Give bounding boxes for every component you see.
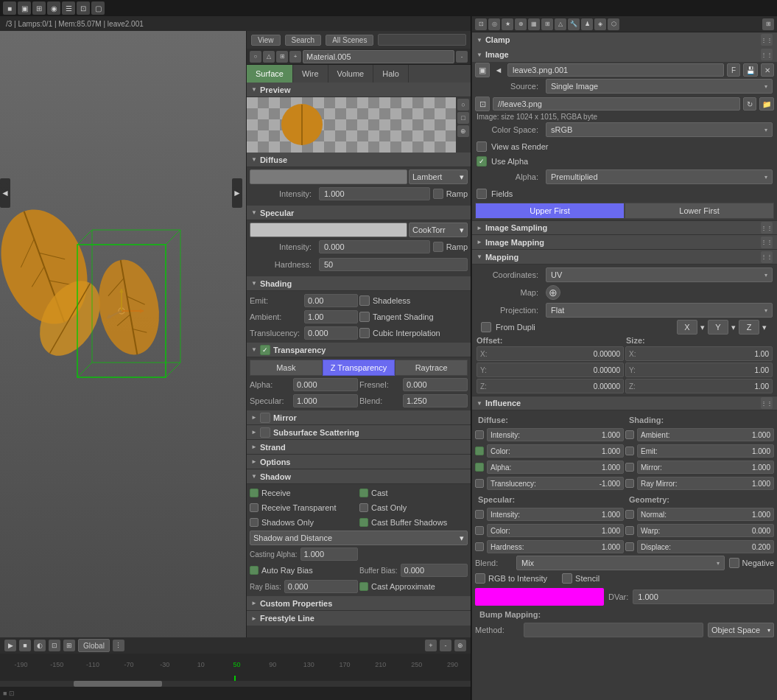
mat-icon-dots[interactable]: ⊞ xyxy=(276,51,288,63)
bt-icon-2[interactable]: ■ xyxy=(19,640,31,651)
view-as-render-check[interactable] xyxy=(477,141,487,152)
specular-shader-dropdown[interactable]: CookTorr ▾ xyxy=(409,223,468,237)
subsurface-header[interactable]: ► Subsurface Scattering xyxy=(247,425,471,440)
transparency-tab-mask[interactable]: Mask xyxy=(250,360,323,376)
inf-trans-check[interactable] xyxy=(475,479,484,488)
inf-alpha-check[interactable] xyxy=(475,463,484,472)
diffuse-color-swatch[interactable] xyxy=(250,169,407,184)
ambient-field[interactable]: 1.00 xyxy=(304,310,358,323)
source-dropdown[interactable]: Single Image ▾ xyxy=(546,79,773,94)
stencil-check[interactable] xyxy=(562,573,572,584)
image-mapping-header[interactable]: ► Image Mapping ⋮⋮ xyxy=(472,235,777,250)
casting-alpha-field[interactable]: 1.000 xyxy=(300,547,359,561)
bt-icon-7[interactable]: + xyxy=(425,640,437,651)
tangent-check[interactable] xyxy=(359,312,370,322)
receive-check[interactable] xyxy=(250,489,259,497)
inf-raymirror-field[interactable]: Ray Mirror: 1.000 xyxy=(637,477,774,490)
y-arrows[interactable]: ▾ xyxy=(730,320,737,335)
projection-dropdown[interactable]: Flat ▾ xyxy=(546,303,773,318)
image-close-btn[interactable]: ✕ xyxy=(761,63,774,77)
tab-wire[interactable]: Wire xyxy=(293,65,328,83)
rt-icon-9[interactable]: ♟ xyxy=(581,18,593,30)
menu-icon-5[interactable]: ☰ xyxy=(62,1,75,15)
diffuse-ramp-check[interactable] xyxy=(433,189,443,199)
y-btn[interactable]: Y xyxy=(708,320,728,335)
diffuse-header[interactable]: ▼ Diffuse xyxy=(247,153,471,167)
preview-btn-1[interactable]: ○ xyxy=(457,99,469,111)
global-btn[interactable]: Global xyxy=(78,639,110,652)
dvar-field[interactable]: 1.000 xyxy=(633,589,774,604)
from-dupli-check[interactable] xyxy=(481,322,491,332)
image-settings[interactable]: ⋮⋮ xyxy=(761,49,773,60)
inf-intensity-field[interactable]: Intensity: 1.000 xyxy=(487,428,624,441)
rt-icon-6[interactable]: ⊞ xyxy=(541,18,553,30)
subsurface-check[interactable] xyxy=(260,427,270,438)
scene-dropdown[interactable]: All Scenes xyxy=(326,35,373,46)
hardness-field[interactable]: Hardness: 1.000 xyxy=(487,540,624,553)
path-icon[interactable]: ⊡ xyxy=(475,97,490,111)
specular-header[interactable]: ▼ Specular xyxy=(247,206,471,220)
spec-intensity-check[interactable] xyxy=(475,510,484,519)
buffer-bias-field[interactable]: 0.000 xyxy=(401,564,468,577)
material-name-field[interactable]: Material.005 xyxy=(303,50,454,63)
rt-icon-7[interactable]: △ xyxy=(555,18,566,30)
z-btn[interactable]: Z xyxy=(739,320,759,335)
search-btn[interactable]: Search xyxy=(285,35,322,46)
inf-emit-check[interactable] xyxy=(625,447,634,455)
t-fresnel-field[interactable]: 0.000 xyxy=(403,378,468,391)
mat-icon-mesh[interactable]: △ xyxy=(263,51,275,63)
bt-icon-3[interactable]: ◐ xyxy=(34,640,46,651)
offset-x-field[interactable]: X: 0.00000 xyxy=(477,346,624,361)
bt-icon-4[interactable]: ⊡ xyxy=(49,640,60,651)
t-alpha-field[interactable]: 0.000 xyxy=(293,378,358,391)
preview-btn-3[interactable]: ⊕ xyxy=(457,125,469,137)
3d-viewport[interactable]: ◄ ► xyxy=(0,31,246,637)
rt-icon-10[interactable]: ◈ xyxy=(594,18,606,30)
inf-raymirror-check[interactable] xyxy=(625,479,634,488)
normal-field[interactable]: Normal: 1.000 xyxy=(637,508,774,521)
shadeless-check[interactable] xyxy=(359,295,370,306)
strand-header[interactable]: ► Strand xyxy=(247,440,471,455)
transparency-tab-z[interactable]: Z Transparency xyxy=(323,360,395,376)
image-sampling-header[interactable]: ► Image Sampling ⋮⋮ xyxy=(472,220,777,235)
inf-emit-field[interactable]: Emit: 1.000 xyxy=(637,444,774,458)
spec-color-field[interactable]: Color: 1.000 xyxy=(487,524,624,537)
color-swatch-bar[interactable] xyxy=(475,588,604,606)
clamp-settings[interactable]: ⋮⋮ xyxy=(761,34,773,46)
rt-icon-2[interactable]: ◎ xyxy=(488,18,500,30)
negative-check[interactable] xyxy=(729,558,739,568)
size-x-field[interactable]: X: 1.00 xyxy=(625,346,773,361)
warp-field[interactable]: Warp: 0.000 xyxy=(637,524,774,537)
rt-icon-1[interactable]: ⊡ xyxy=(475,18,487,30)
size-z-field[interactable]: Z: 1.00 xyxy=(625,379,773,393)
bt-icon-5[interactable]: ⊞ xyxy=(63,640,75,651)
fields-check[interactable] xyxy=(477,189,487,199)
timeline-area[interactable] xyxy=(0,676,471,687)
mirror-header[interactable]: ► Mirror xyxy=(247,410,471,425)
tab-halo[interactable]: Halo xyxy=(373,65,409,83)
transparency-tab-ray[interactable]: Raytrace xyxy=(395,360,468,376)
t-blend-field[interactable]: 1.250 xyxy=(403,394,468,407)
inf-ambient-field[interactable]: Ambient: 1.000 xyxy=(637,428,774,441)
cast-buffer-check[interactable] xyxy=(359,518,368,527)
path-field[interactable]: //leave3.png xyxy=(493,97,740,111)
specular-hardness-field[interactable]: 50 xyxy=(319,258,468,271)
size-y-field[interactable]: Y: 1.00 xyxy=(625,363,773,377)
object-space-dropdown[interactable]: Object Space ▾ xyxy=(708,623,774,637)
menu-icon-2[interactable]: ▣ xyxy=(18,1,31,15)
warp-check[interactable] xyxy=(625,526,634,535)
displace-check[interactable] xyxy=(625,542,634,551)
inf-settings[interactable]: ⋮⋮ xyxy=(761,397,773,409)
image-type-icon[interactable]: ▣ xyxy=(475,63,490,77)
translucency-field[interactable]: 0.000 xyxy=(304,326,358,340)
bt-icon-8[interactable]: - xyxy=(440,640,451,651)
timeline-scrollbar[interactable] xyxy=(0,681,471,687)
img-map-settings[interactable]: ⋮⋮ xyxy=(761,237,773,248)
bt-icon-6[interactable]: ⋮ xyxy=(113,640,124,651)
t-specular-field[interactable]: 1.000 xyxy=(293,394,358,407)
shadow-dist-dropdown[interactable]: Shadow and Distance ▾ xyxy=(250,531,468,545)
transparency-header[interactable]: ▼ ✓ Transparency xyxy=(247,343,471,357)
rt-icon-11[interactable]: ⬡ xyxy=(608,18,619,30)
shading-header[interactable]: ▼ Shading xyxy=(247,276,471,291)
blend-dropdown[interactable]: Mix ▾ xyxy=(516,556,725,570)
